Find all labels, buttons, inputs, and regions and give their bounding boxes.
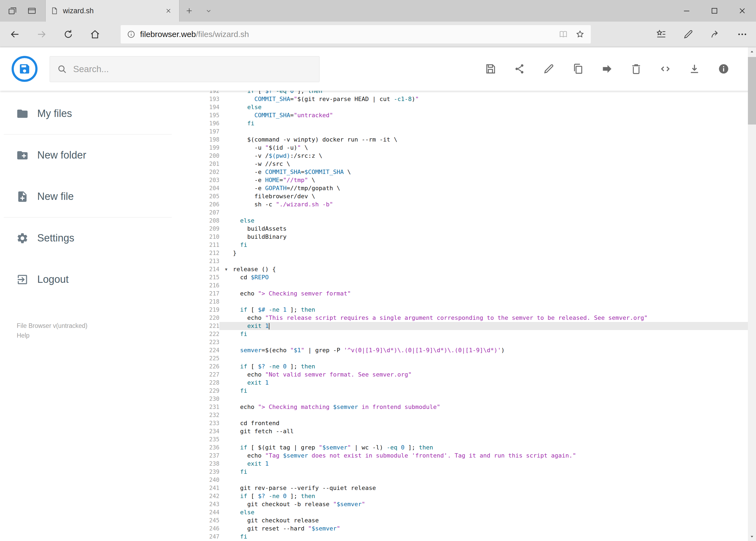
- code-line-text[interactable]: cd $REPO: [233, 273, 748, 281]
- line-number[interactable]: 216: [175, 281, 219, 289]
- code-line[interactable]: 224 semver=$(echo "$1" | grep -P '^v(0|[…: [175, 346, 748, 354]
- line-number[interactable]: 202: [175, 168, 219, 176]
- code-line-text[interactable]: else: [233, 508, 748, 516]
- code-line-text[interactable]: [233, 354, 748, 362]
- scroll-thumb[interactable]: [748, 57, 756, 125]
- code-line[interactable]: 237 echo "Tag $semver does not exist in …: [175, 452, 748, 460]
- code-line-text[interactable]: fi: [233, 468, 748, 476]
- line-number[interactable]: 225: [175, 354, 219, 362]
- code-line-text[interactable]: cd frontend: [233, 419, 748, 427]
- line-number[interactable]: 215: [175, 273, 219, 281]
- code-line[interactable]: 221 exit 1: [175, 322, 748, 330]
- code-line-text[interactable]: [233, 281, 748, 289]
- code-line-text[interactable]: exit 1: [233, 322, 748, 330]
- code-line-text[interactable]: git fetch --all: [233, 427, 748, 435]
- sidebar-item-settings[interactable]: Settings: [0, 218, 175, 259]
- code-line-text[interactable]: git rev-parse --verify --quiet release: [233, 484, 748, 492]
- code-line[interactable]: 244 else: [175, 508, 748, 516]
- scroll-down-button[interactable]: [748, 532, 756, 541]
- code-line-text[interactable]: fi: [233, 330, 748, 338]
- line-number[interactable]: 247: [175, 533, 219, 541]
- code-line-text[interactable]: if [ $? -eq 0 ]; then: [233, 91, 748, 95]
- code-line[interactable]: 193 COMMIT_SHA="$(git rev-parse HEAD | c…: [175, 95, 748, 103]
- code-line[interactable]: 207: [175, 209, 748, 217]
- code-line-text[interactable]: COMMIT_SHA="$(git rev-parse HEAD | cut -…: [233, 95, 748, 103]
- code-line[interactable]: 235: [175, 435, 748, 443]
- code-line-text[interactable]: -u "$(id -u)" \: [233, 144, 748, 152]
- code-line[interactable]: 218: [175, 297, 748, 306]
- code-line[interactable]: 212}: [175, 249, 748, 257]
- code-line-text[interactable]: filebrowser/dev \: [233, 192, 748, 201]
- code-line[interactable]: 208 else: [175, 217, 748, 225]
- code-line[interactable]: 209 buildAssets: [175, 225, 748, 233]
- line-number[interactable]: 240: [175, 476, 219, 484]
- refresh-button[interactable]: [55, 22, 82, 47]
- code-line-text[interactable]: [233, 257, 748, 265]
- code-line[interactable]: 228 exit 1: [175, 379, 748, 387]
- line-number[interactable]: 214: [175, 265, 219, 273]
- code-line-text[interactable]: -w //src \: [233, 160, 748, 168]
- code-line[interactable]: 194 else: [175, 103, 748, 111]
- new-tab-button[interactable]: [179, 0, 199, 22]
- line-number[interactable]: 210: [175, 233, 219, 241]
- code-line-text[interactable]: echo "> Checking matching $semver in fro…: [233, 403, 748, 411]
- code-line[interactable]: 223: [175, 338, 748, 346]
- info-button[interactable]: [714, 59, 733, 78]
- line-number[interactable]: 206: [175, 201, 219, 209]
- code-line-text[interactable]: -e GOPATH=//tmp/gopath \: [233, 184, 748, 192]
- code-line-text[interactable]: git checkout -b release "$semver": [233, 500, 748, 508]
- web-note-button[interactable]: [675, 22, 702, 47]
- code-line-text[interactable]: }: [233, 249, 748, 257]
- line-number[interactable]: 219: [175, 306, 219, 314]
- code-line[interactable]: 213: [175, 257, 748, 265]
- back-button[interactable]: [1, 22, 28, 47]
- reading-view-button[interactable]: [559, 29, 568, 39]
- code-line[interactable]: 245 git checkout release: [175, 516, 748, 525]
- line-number[interactable]: 227: [175, 370, 219, 379]
- code-line-text[interactable]: exit 1: [233, 379, 748, 387]
- line-number[interactable]: 228: [175, 379, 219, 387]
- code-line[interactable]: 192 if [ $? -eq 0 ]; then: [175, 91, 748, 95]
- code-editor[interactable]: 192 if [ $? -eq 0 ]; then193 COMMIT_SHA=…: [175, 91, 748, 541]
- line-number[interactable]: 193: [175, 95, 219, 103]
- download-button[interactable]: [685, 59, 704, 78]
- line-number[interactable]: 197: [175, 128, 219, 136]
- line-number[interactable]: 221: [175, 322, 219, 330]
- line-number[interactable]: 242: [175, 492, 219, 500]
- code-line[interactable]: 238 exit 1: [175, 460, 748, 468]
- line-number[interactable]: 201: [175, 160, 219, 168]
- code-line-text[interactable]: fi: [233, 119, 748, 128]
- code-line-text[interactable]: echo "Tag $semver does not exist in subm…: [233, 452, 748, 460]
- code-line[interactable]: 234 git fetch --all: [175, 427, 748, 435]
- sidebar-item-logout[interactable]: Logout: [0, 259, 175, 300]
- save-button[interactable]: [481, 59, 500, 78]
- code-line[interactable]: 225: [175, 354, 748, 362]
- line-number[interactable]: 239: [175, 468, 219, 476]
- close-window-button[interactable]: [728, 0, 756, 22]
- move-button[interactable]: [598, 59, 617, 78]
- share-file-button[interactable]: [510, 59, 529, 78]
- code-line-text[interactable]: [233, 476, 748, 484]
- code-line-text[interactable]: -e COMMIT_SHA=$COMMIT_SHA \: [233, 168, 748, 176]
- favorite-button[interactable]: [575, 29, 585, 39]
- sidebar-item-new-folder[interactable]: New folder: [0, 135, 175, 176]
- code-line-text[interactable]: [233, 128, 748, 136]
- rename-button[interactable]: [539, 59, 558, 78]
- code-line[interactable]: 217 echo "> Checking semver format": [175, 289, 748, 297]
- line-number[interactable]: 203: [175, 176, 219, 184]
- line-number[interactable]: 200: [175, 152, 219, 160]
- tabs-aside-button[interactable]: [3, 0, 22, 22]
- help-link[interactable]: Help: [17, 330, 88, 340]
- code-line[interactable]: 240: [175, 476, 748, 484]
- line-number[interactable]: 235: [175, 435, 219, 443]
- code-line[interactable]: 219 if [ $# -ne 1 ]; then: [175, 306, 748, 314]
- line-number[interactable]: 205: [175, 192, 219, 201]
- line-number[interactable]: 243: [175, 500, 219, 508]
- code-line[interactable]: 230: [175, 395, 748, 403]
- code-line-text[interactable]: if [ $? -ne 0 ]; then: [233, 362, 748, 370]
- code-line[interactable]: 226 if [ $? -ne 0 ]; then: [175, 362, 748, 370]
- code-line[interactable]: 200 -v /$(pwd):/src:z \: [175, 152, 748, 160]
- search-input[interactable]: [73, 64, 312, 74]
- code-line[interactable]: 196 fi: [175, 119, 748, 128]
- code-line[interactable]: 233 cd frontend: [175, 419, 748, 427]
